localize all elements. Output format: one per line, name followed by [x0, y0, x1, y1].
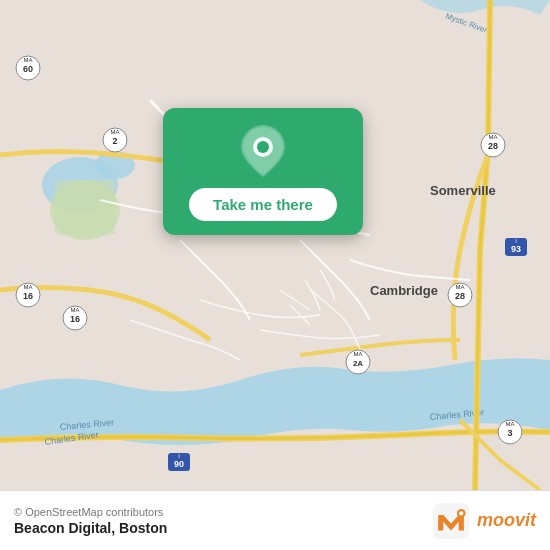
svg-text:28: 28 [488, 141, 498, 151]
svg-text:90: 90 [174, 459, 184, 469]
svg-text:MA: MA [506, 421, 515, 427]
svg-text:16: 16 [70, 314, 80, 324]
svg-text:MA: MA [71, 307, 80, 313]
svg-text:16: 16 [23, 291, 33, 301]
location-label: Beacon Digital, Boston [14, 520, 167, 536]
svg-text:28: 28 [455, 291, 465, 301]
moovit-brand-icon [433, 503, 469, 539]
location-pin-icon [241, 125, 285, 177]
moovit-logo: moovit [433, 503, 536, 539]
map-container: Charles River Charles River Mystic River [0, 0, 550, 490]
bottom-bar: © OpenStreetMap contributors Beacon Digi… [0, 490, 550, 550]
location-card: Take me there [163, 108, 363, 235]
svg-text:MA: MA [456, 284, 465, 290]
svg-rect-7 [55, 180, 115, 235]
svg-text:Somerville: Somerville [430, 183, 496, 198]
moovit-text: moovit [477, 510, 536, 531]
svg-point-42 [257, 141, 269, 153]
map-svg: Charles River Charles River Mystic River [0, 0, 550, 490]
svg-text:60: 60 [23, 64, 33, 74]
svg-text:MA: MA [354, 351, 363, 357]
svg-text:MA: MA [24, 57, 33, 63]
pin-icon-container [236, 124, 290, 178]
svg-text:Cambridge: Cambridge [370, 283, 438, 298]
svg-text:93: 93 [511, 244, 521, 254]
svg-text:MA: MA [489, 134, 498, 140]
svg-text:2: 2 [112, 136, 117, 146]
svg-point-45 [459, 511, 463, 515]
attribution-text: © OpenStreetMap contributors [14, 506, 167, 518]
take-me-there-button[interactable]: Take me there [189, 188, 337, 221]
svg-text:MA: MA [111, 129, 120, 135]
svg-text:3: 3 [507, 428, 512, 438]
svg-text:2A: 2A [353, 359, 363, 368]
svg-text:MA: MA [24, 284, 33, 290]
